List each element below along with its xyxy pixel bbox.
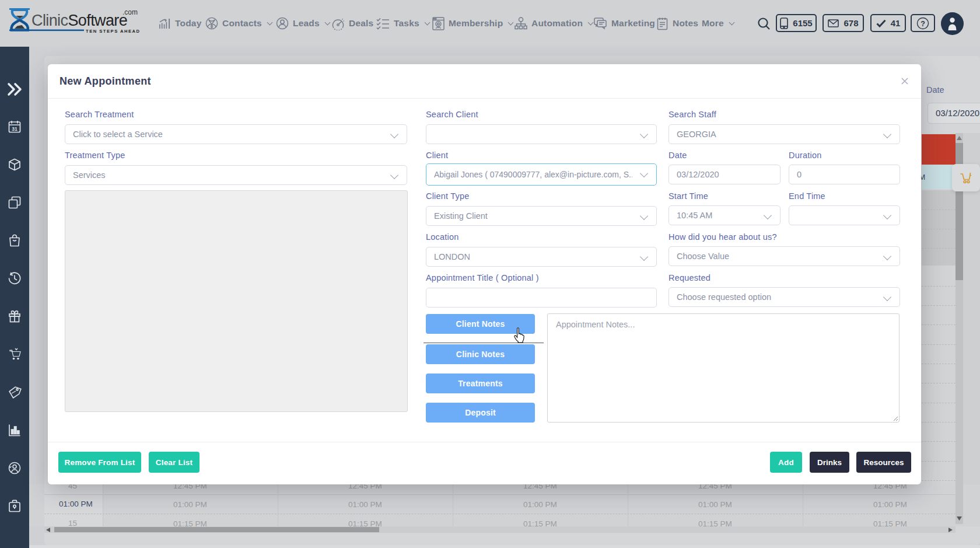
svg-text:.com: .com bbox=[123, 8, 138, 16]
svg-text:31: 31 bbox=[12, 126, 18, 132]
svg-text:?: ? bbox=[921, 19, 925, 27]
svg-text:TEN STEPS AHEAD: TEN STEPS AHEAD bbox=[86, 29, 141, 34]
svg-text:ClinicSoftware: ClinicSoftware bbox=[32, 12, 127, 29]
